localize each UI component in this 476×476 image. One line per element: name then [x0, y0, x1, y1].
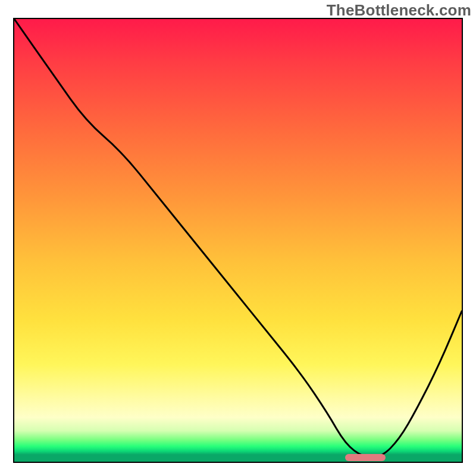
- plot-area: [13, 18, 463, 463]
- chart-frame: TheBottleneck.com: [0, 0, 476, 476]
- bottleneck-curve: [14, 19, 462, 462]
- optimal-range-marker: [345, 454, 386, 461]
- watermark-text: TheBottleneck.com: [327, 1, 471, 20]
